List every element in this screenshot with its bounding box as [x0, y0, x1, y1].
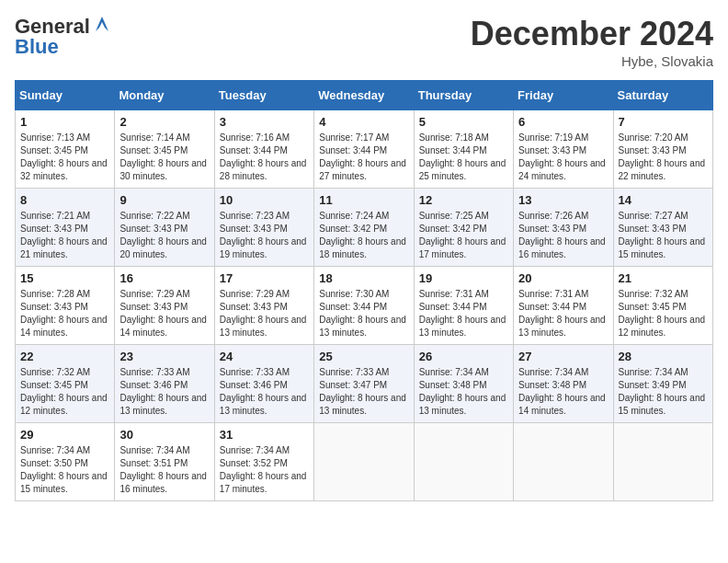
day-number: 29: [20, 428, 109, 442]
day-info: Sunrise: 7:34 AMSunset: 3:48 PMDaylight:…: [419, 367, 506, 416]
day-number: 24: [220, 350, 309, 363]
col-sunday: Sunday: [16, 81, 115, 110]
day-info: Sunrise: 7:33 AMSunset: 3:46 PMDaylight:…: [119, 367, 207, 416]
day-number: 14: [619, 193, 708, 207]
day-info: Sunrise: 7:34 AMSunset: 3:48 PMDaylight:…: [518, 367, 606, 416]
calendar-cell: 19 Sunrise: 7:31 AMSunset: 3:44 PMDaylig…: [414, 267, 513, 345]
col-saturday: Saturday: [613, 81, 712, 110]
calendar-cell: 2 Sunrise: 7:14 AMSunset: 3:45 PMDayligh…: [115, 110, 214, 189]
calendar-cell: 31 Sunrise: 7:34 AMSunset: 3:52 PMDaylig…: [214, 423, 313, 501]
calendar-week-row: 22 Sunrise: 7:32 AMSunset: 3:45 PMDaylig…: [16, 345, 713, 423]
day-info: Sunrise: 7:24 AMSunset: 3:42 PMDaylight:…: [319, 211, 406, 259]
day-number: 5: [419, 115, 508, 129]
col-monday: Monday: [115, 81, 214, 110]
day-info: Sunrise: 7:26 AMSunset: 3:43 PMDaylight:…: [518, 211, 606, 259]
day-info: Sunrise: 7:29 AMSunset: 3:43 PMDaylight:…: [220, 289, 307, 338]
calendar-week-row: 1 Sunrise: 7:13 AMSunset: 3:45 PMDayligh…: [16, 110, 713, 189]
day-number: 7: [619, 115, 708, 129]
calendar-cell: 16 Sunrise: 7:29 AMSunset: 3:43 PMDaylig…: [115, 267, 214, 345]
day-number: 22: [20, 350, 109, 363]
title-block: December 2024 Hybe, Slovakia: [471, 15, 713, 69]
day-info: Sunrise: 7:25 AMSunset: 3:42 PMDaylight:…: [419, 211, 506, 259]
calendar-cell: 14 Sunrise: 7:27 AMSunset: 3:43 PMDaylig…: [613, 189, 712, 267]
calendar-cell: [514, 423, 613, 501]
calendar-cell: [613, 423, 712, 501]
day-info: Sunrise: 7:34 AMSunset: 3:49 PMDaylight:…: [619, 367, 706, 416]
logo: General Blue: [15, 15, 112, 59]
day-number: 16: [119, 271, 209, 285]
day-number: 23: [119, 350, 209, 363]
calendar-cell: 23 Sunrise: 7:33 AMSunset: 3:46 PMDaylig…: [115, 345, 214, 423]
day-number: 18: [319, 271, 408, 285]
day-number: 31: [220, 428, 309, 442]
calendar-cell: 11 Sunrise: 7:24 AMSunset: 3:42 PMDaylig…: [314, 189, 414, 267]
calendar-cell: 22 Sunrise: 7:32 AMSunset: 3:45 PMDaylig…: [16, 345, 115, 423]
day-number: 15: [20, 271, 109, 285]
col-friday: Friday: [514, 81, 613, 110]
day-info: Sunrise: 7:31 AMSunset: 3:44 PMDaylight:…: [518, 289, 606, 338]
day-number: 19: [419, 271, 508, 285]
calendar-cell: 30 Sunrise: 7:34 AMSunset: 3:51 PMDaylig…: [115, 423, 214, 501]
day-number: 3: [220, 115, 309, 129]
calendar-cell: [414, 423, 513, 501]
day-number: 21: [619, 271, 708, 285]
svg-marker-0: [96, 17, 108, 31]
day-info: Sunrise: 7:20 AMSunset: 3:43 PMDaylight:…: [619, 132, 706, 181]
day-info: Sunrise: 7:21 AMSunset: 3:43 PMDaylight:…: [20, 211, 108, 259]
day-info: Sunrise: 7:32 AMSunset: 3:45 PMDaylight:…: [20, 367, 108, 416]
calendar-cell: 20 Sunrise: 7:31 AMSunset: 3:44 PMDaylig…: [514, 267, 613, 345]
calendar-cell: 15 Sunrise: 7:28 AMSunset: 3:43 PMDaylig…: [16, 267, 115, 345]
day-number: 10: [220, 193, 309, 207]
calendar-cell: 27 Sunrise: 7:34 AMSunset: 3:48 PMDaylig…: [514, 345, 613, 423]
day-number: 6: [518, 115, 608, 129]
day-info: Sunrise: 7:34 AMSunset: 3:51 PMDaylight:…: [119, 445, 207, 494]
day-number: 30: [119, 428, 209, 442]
day-number: 2: [119, 115, 209, 129]
calendar-cell: 29 Sunrise: 7:34 AMSunset: 3:50 PMDaylig…: [16, 423, 115, 501]
day-info: Sunrise: 7:23 AMSunset: 3:43 PMDaylight:…: [220, 211, 307, 259]
day-info: Sunrise: 7:31 AMSunset: 3:44 PMDaylight:…: [419, 289, 506, 338]
calendar-table: Sunday Monday Tuesday Wednesday Thursday…: [15, 80, 713, 501]
calendar-cell: 9 Sunrise: 7:22 AMSunset: 3:43 PMDayligh…: [115, 189, 214, 267]
day-info: Sunrise: 7:34 AMSunset: 3:50 PMDaylight:…: [20, 445, 108, 494]
calendar-cell: 3 Sunrise: 7:16 AMSunset: 3:44 PMDayligh…: [214, 110, 313, 189]
day-number: 12: [419, 193, 508, 207]
day-number: 17: [220, 271, 309, 285]
calendar-cell: 25 Sunrise: 7:33 AMSunset: 3:47 PMDaylig…: [314, 345, 414, 423]
calendar-cell: 13 Sunrise: 7:26 AMSunset: 3:43 PMDaylig…: [514, 189, 613, 267]
day-info: Sunrise: 7:17 AMSunset: 3:44 PMDaylight:…: [319, 132, 406, 181]
day-number: 8: [20, 193, 109, 207]
day-info: Sunrise: 7:27 AMSunset: 3:43 PMDaylight:…: [619, 211, 706, 259]
calendar-cell: [314, 423, 414, 501]
calendar-header-row: Sunday Monday Tuesday Wednesday Thursday…: [16, 81, 713, 110]
day-info: Sunrise: 7:29 AMSunset: 3:43 PMDaylight:…: [119, 289, 207, 338]
calendar-cell: 7 Sunrise: 7:20 AMSunset: 3:43 PMDayligh…: [613, 110, 712, 189]
day-info: Sunrise: 7:16 AMSunset: 3:44 PMDaylight:…: [220, 132, 307, 181]
calendar-cell: 10 Sunrise: 7:23 AMSunset: 3:43 PMDaylig…: [214, 189, 313, 267]
day-info: Sunrise: 7:28 AMSunset: 3:43 PMDaylight:…: [20, 289, 108, 338]
day-number: 9: [119, 193, 209, 207]
page-header: General Blue December 2024 Hybe, Slovaki…: [15, 15, 713, 69]
day-number: 26: [419, 350, 508, 363]
col-tuesday: Tuesday: [214, 81, 313, 110]
calendar-cell: 8 Sunrise: 7:21 AMSunset: 3:43 PMDayligh…: [16, 189, 115, 267]
day-number: 13: [518, 193, 608, 207]
day-number: 25: [319, 350, 408, 363]
day-info: Sunrise: 7:30 AMSunset: 3:44 PMDaylight:…: [319, 289, 406, 338]
day-info: Sunrise: 7:13 AMSunset: 3:45 PMDaylight:…: [20, 132, 108, 181]
calendar-cell: 6 Sunrise: 7:19 AMSunset: 3:43 PMDayligh…: [514, 110, 613, 189]
logo-icon: [92, 15, 112, 35]
day-number: 11: [319, 193, 408, 207]
col-thursday: Thursday: [414, 81, 513, 110]
day-info: Sunrise: 7:32 AMSunset: 3:45 PMDaylight:…: [619, 289, 706, 338]
calendar-cell: 24 Sunrise: 7:33 AMSunset: 3:46 PMDaylig…: [214, 345, 313, 423]
day-number: 20: [518, 271, 608, 285]
calendar-cell: 4 Sunrise: 7:17 AMSunset: 3:44 PMDayligh…: [314, 110, 414, 189]
col-wednesday: Wednesday: [314, 81, 414, 110]
calendar-cell: 21 Sunrise: 7:32 AMSunset: 3:45 PMDaylig…: [613, 267, 712, 345]
calendar-cell: 1 Sunrise: 7:13 AMSunset: 3:45 PMDayligh…: [16, 110, 115, 189]
calendar-week-row: 8 Sunrise: 7:21 AMSunset: 3:43 PMDayligh…: [16, 189, 713, 267]
calendar-cell: 12 Sunrise: 7:25 AMSunset: 3:42 PMDaylig…: [414, 189, 513, 267]
calendar-week-row: 15 Sunrise: 7:28 AMSunset: 3:43 PMDaylig…: [16, 267, 713, 345]
day-info: Sunrise: 7:34 AMSunset: 3:52 PMDaylight:…: [220, 445, 307, 494]
